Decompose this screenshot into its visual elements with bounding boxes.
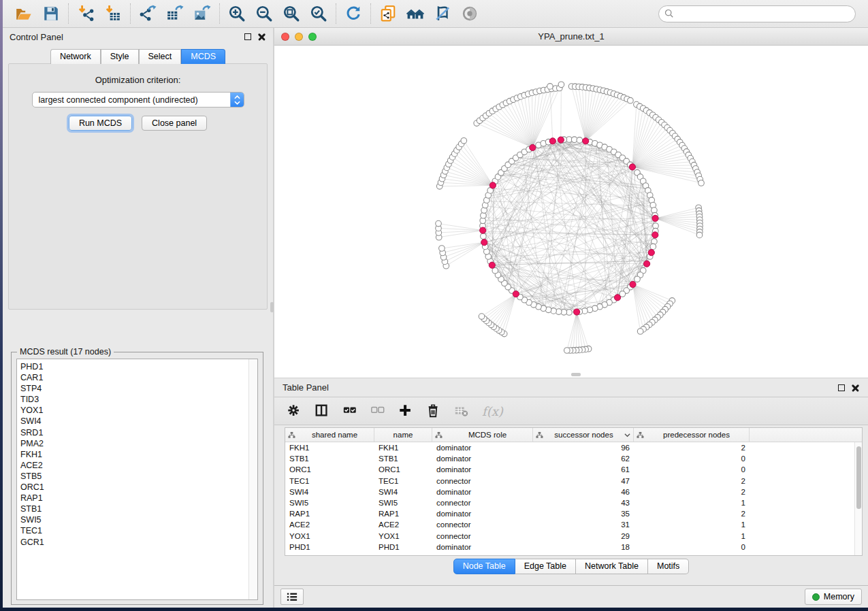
mcds-result-node[interactable]: ACE2 <box>20 460 257 471</box>
mcds-result-node[interactable]: STB5 <box>20 471 257 482</box>
table-cell: STB1 <box>374 455 432 463</box>
table-panel-float-icon[interactable] <box>838 384 845 391</box>
tab-motifs[interactable]: Motifs <box>648 559 689 574</box>
select-all-rows-icon[interactable] <box>342 402 357 420</box>
table-row[interactable]: PHD1PHD1dominator180 <box>285 542 854 552</box>
network-horizontal-scrollbar[interactable] <box>571 373 581 376</box>
mcds-result-node[interactable]: SRD1 <box>20 427 257 438</box>
show-graphics-details-icon[interactable] <box>460 3 480 24</box>
export-table-icon[interactable] <box>165 3 185 24</box>
table-settings-gear-icon[interactable] <box>287 402 302 420</box>
table-scrollbar[interactable] <box>854 442 862 555</box>
clone-network-icon[interactable] <box>378 3 398 24</box>
table-cell: connector <box>432 477 533 485</box>
status-bar: Memory <box>274 585 868 608</box>
table-cell: PHD1 <box>285 543 374 551</box>
run-mcds-button[interactable]: Run MCDS <box>69 116 132 131</box>
table-cell: 62 <box>533 455 634 463</box>
network-vertical-scrollbar[interactable] <box>270 302 274 312</box>
mcds-result-node[interactable]: STB1 <box>20 503 257 514</box>
control-panel-close-icon[interactable] <box>258 33 266 41</box>
column-header-successor-nodes[interactable]: successor nodes <box>533 428 634 442</box>
table-panel-title: Table Panel <box>283 382 329 393</box>
delete-column-icon[interactable] <box>426 402 441 420</box>
criterion-dropdown[interactable]: largest connected component (undirected) <box>32 92 244 108</box>
add-column-icon[interactable] <box>398 402 413 420</box>
mcds-result-node[interactable]: TEC1 <box>20 525 257 536</box>
tab-edge-table[interactable]: Edge Table <box>515 559 576 574</box>
deselect-all-rows-icon[interactable] <box>370 402 385 420</box>
mcds-result-node[interactable]: ORC1 <box>20 482 257 493</box>
column-label: MCDS role <box>445 431 530 439</box>
table-row[interactable]: TEC1TEC1connector472 <box>285 476 854 486</box>
tab-network-table[interactable]: Network Table <box>576 559 648 574</box>
tab-select[interactable]: Select <box>139 49 182 64</box>
save-session-icon[interactable] <box>41 3 61 24</box>
table-row[interactable]: FKH1FKH1dominator962 <box>285 442 854 453</box>
refresh-icon[interactable] <box>343 3 364 24</box>
delete-table-icon[interactable] <box>454 402 469 420</box>
network-canvas[interactable] <box>274 46 868 378</box>
task-history-button[interactable] <box>280 589 304 605</box>
network-graph[interactable] <box>274 46 865 378</box>
table-row[interactable]: ACE2ACE2connector311 <box>285 519 854 530</box>
maximize-traffic-light-icon[interactable] <box>308 33 317 41</box>
close-panel-button[interactable]: Close panel <box>142 116 207 131</box>
show-columns-icon[interactable] <box>315 402 329 420</box>
column-header-predecessor-nodes[interactable]: predecessor nodes <box>634 428 750 442</box>
tab-style[interactable]: Style <box>101 49 139 64</box>
network-window-titlebar: YPA_prune.txt_1 <box>274 28 868 46</box>
mcds-result-node[interactable]: TID3 <box>20 394 257 405</box>
column-header-shared-name[interactable]: shared name <box>285 428 374 442</box>
mcds-result-node[interactable]: PHD1 <box>20 361 257 372</box>
table-cell: 46 <box>533 488 634 496</box>
mcds-result-node[interactable]: GCR1 <box>20 537 257 548</box>
column-header-name[interactable]: name <box>374 428 432 442</box>
tab-mcds[interactable]: MCDS <box>181 49 225 64</box>
mcds-panel: Optimization criterion: largest connecte… <box>8 63 268 310</box>
table-cell: dominator <box>432 543 533 551</box>
table-row[interactable]: SWI4SWI4dominator462 <box>285 486 854 497</box>
mcds-result-node[interactable]: YOX1 <box>20 405 257 416</box>
zoom-out-icon[interactable] <box>254 3 274 24</box>
tab-network[interactable]: Network <box>50 49 101 64</box>
table-row[interactable]: RAP1RAP1dominator352 <box>285 508 854 519</box>
column-label: predecessor nodes <box>647 431 746 439</box>
table-panel-titlebar: Table Panel <box>274 378 868 397</box>
zoom-selected-icon[interactable] <box>308 3 329 24</box>
export-image-icon[interactable] <box>192 3 212 24</box>
search-input[interactable] <box>677 9 850 18</box>
mcds-result-node[interactable]: RAP1 <box>20 493 257 503</box>
control-panel-float-icon[interactable] <box>244 33 251 40</box>
toolbar-divider <box>68 3 69 24</box>
table-row[interactable]: STB1STB1dominator620 <box>285 453 854 464</box>
import-table-icon[interactable] <box>103 3 123 24</box>
mcds-result-node[interactable]: SWI4 <box>20 416 257 427</box>
tab-node-table[interactable]: Node Table <box>453 559 515 574</box>
mcds-result-groupbox: MCDS result (17 nodes) PHD1CAR1STP4TID3Y… <box>11 352 263 605</box>
mcds-result-node[interactable]: SWI5 <box>20 514 257 525</box>
mcds-result-scrollbar[interactable] <box>248 359 257 599</box>
export-network-icon[interactable] <box>138 3 158 24</box>
table-cell: 1 <box>634 499 750 507</box>
minimize-traffic-light-icon[interactable] <box>295 33 303 41</box>
zoom-in-icon[interactable] <box>227 3 247 24</box>
memory-button[interactable]: Memory <box>805 589 862 605</box>
open-file-icon[interactable] <box>14 3 34 24</box>
table-row[interactable]: YOX1YOX1connector291 <box>285 531 854 542</box>
mcds-result-node[interactable]: STP4 <box>20 383 257 394</box>
table-row[interactable]: ORC1ORC1dominator610 <box>285 464 854 475</box>
zoom-fit-icon[interactable] <box>281 3 302 24</box>
first-neighbors-icon[interactable] <box>405 3 425 24</box>
mcds-result-node[interactable]: FKH1 <box>20 449 257 460</box>
import-network-icon[interactable] <box>76 3 96 24</box>
mcds-result-node[interactable]: PMA2 <box>20 438 257 449</box>
close-traffic-light-icon[interactable] <box>281 33 289 41</box>
table-row[interactable]: SWI5SWI5connector431 <box>285 497 854 508</box>
function-builder-icon[interactable]: f(x) <box>482 402 503 420</box>
column-header-MCDS-role[interactable]: MCDS role <box>432 428 533 442</box>
table-panel-close-icon[interactable] <box>852 384 860 392</box>
hide-graphics-details-icon[interactable] <box>432 3 453 24</box>
table-scrollbar-thumb[interactable] <box>856 446 861 509</box>
mcds-result-node[interactable]: CAR1 <box>20 372 257 383</box>
